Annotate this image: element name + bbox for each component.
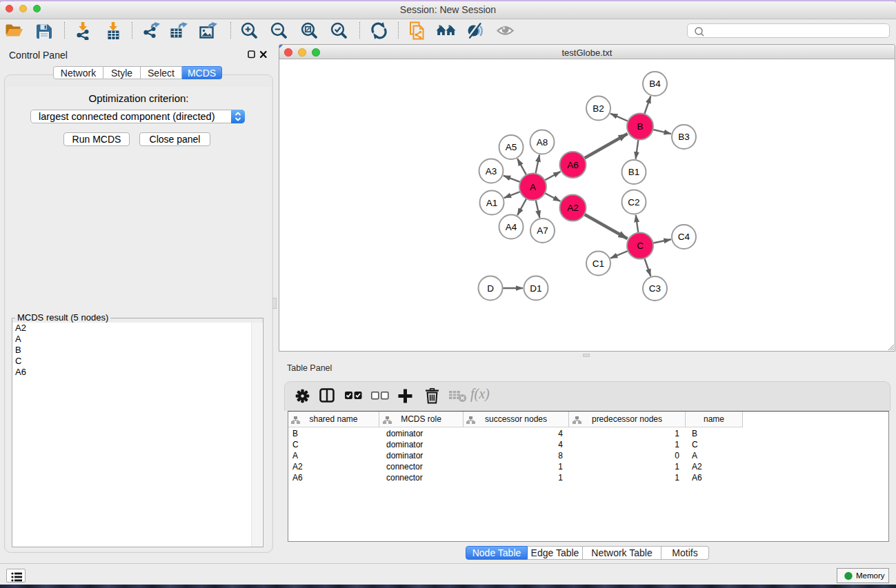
svg-text:A4: A4 bbox=[506, 222, 517, 232]
svg-text:A7: A7 bbox=[537, 225, 548, 236]
svg-text:C2: C2 bbox=[628, 197, 639, 207]
svg-text:A8: A8 bbox=[537, 137, 548, 148]
svg-text:A6: A6 bbox=[567, 160, 579, 170]
svg-text:A3: A3 bbox=[486, 166, 497, 176]
svg-text:B1: B1 bbox=[628, 167, 640, 177]
svg-text:B3: B3 bbox=[678, 132, 690, 142]
svg-text:A2: A2 bbox=[567, 203, 579, 213]
svg-text:A5: A5 bbox=[506, 142, 517, 152]
svg-text:C1: C1 bbox=[593, 258, 604, 269]
svg-text:C4: C4 bbox=[678, 232, 690, 242]
svg-text:B4: B4 bbox=[649, 79, 661, 89]
svg-text:D1: D1 bbox=[530, 283, 541, 294]
svg-text:A1: A1 bbox=[486, 198, 498, 208]
svg-text:C3: C3 bbox=[649, 283, 661, 294]
svg-text:A: A bbox=[530, 182, 536, 192]
svg-text:B2: B2 bbox=[593, 103, 604, 114]
svg-text:C: C bbox=[637, 241, 644, 251]
svg-text:D: D bbox=[487, 283, 494, 294]
svg-text:B: B bbox=[637, 121, 643, 132]
